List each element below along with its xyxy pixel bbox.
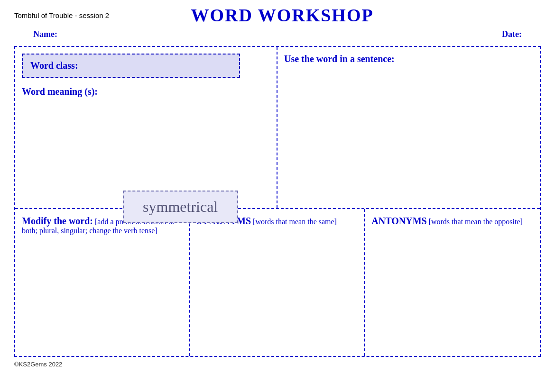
synonyms-cell: SYNONYMS [words that mean the same] bbox=[190, 209, 365, 356]
main-grid: Word class: Word meaning (s): symmetrica… bbox=[14, 46, 541, 357]
modify-label: Modify the word: bbox=[22, 216, 93, 226]
bottom-section: Modify the word: [add a prefix or a suff… bbox=[15, 209, 540, 356]
antonyms-label: ANTONYMS bbox=[371, 216, 426, 226]
antonyms-desc: [words that mean the opposite] bbox=[429, 218, 523, 226]
name-label: Name: bbox=[33, 29, 57, 39]
word-class-box: Word class: bbox=[22, 54, 240, 78]
top-section: Word class: Word meaning (s): symmetrica… bbox=[15, 47, 540, 209]
footer: ©KS2Gems 2022 bbox=[14, 361, 541, 368]
main-title: WORD WORKSHOP bbox=[109, 5, 455, 26]
session-label: Tombful of Trouble - session 2 bbox=[14, 11, 109, 19]
featured-word: symmetrical bbox=[123, 191, 238, 223]
right-top-panel: Use the word in a sentence: bbox=[278, 47, 540, 208]
left-top-panel: Word class: Word meaning (s): symmetrica… bbox=[15, 47, 278, 208]
use-in-sentence-label: Use the word in a sentence: bbox=[284, 54, 395, 64]
word-class-label: Word class: bbox=[30, 60, 78, 71]
antonyms-cell: ANTONYMS [words that mean the opposite] bbox=[365, 209, 540, 356]
synonyms-desc: [words that mean the same] bbox=[253, 218, 337, 226]
modify-cell: Modify the word: [add a prefix or a suff… bbox=[15, 209, 190, 356]
date-label: Date: bbox=[502, 29, 522, 39]
word-meaning-label: Word meaning (s): bbox=[22, 86, 98, 97]
